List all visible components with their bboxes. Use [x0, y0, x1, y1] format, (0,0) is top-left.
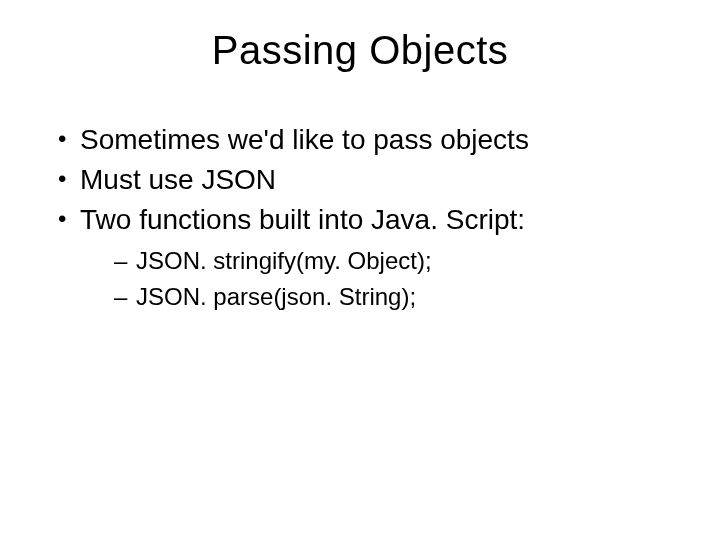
slide: Passing Objects Sometimes we'd like to p… [0, 0, 720, 540]
list-item: Must use JSON [52, 161, 680, 199]
list-item: JSON. stringify(my. Object); [112, 244, 680, 278]
list-item: Two functions built into Java. Script: J… [52, 201, 680, 314]
bullet-text: Must use JSON [80, 164, 276, 195]
sub-bullet-text: JSON. stringify(my. Object); [136, 247, 432, 274]
page-title: Passing Objects [40, 28, 680, 73]
sub-list: JSON. stringify(my. Object); JSON. parse… [80, 244, 680, 313]
bullet-list: Sometimes we'd like to pass objects Must… [40, 121, 680, 314]
bullet-text: Two functions built into Java. Script: [80, 204, 525, 235]
bullet-text: Sometimes we'd like to pass objects [80, 124, 529, 155]
sub-bullet-text: JSON. parse(json. String); [136, 283, 416, 310]
list-item: JSON. parse(json. String); [112, 280, 680, 314]
list-item: Sometimes we'd like to pass objects [52, 121, 680, 159]
